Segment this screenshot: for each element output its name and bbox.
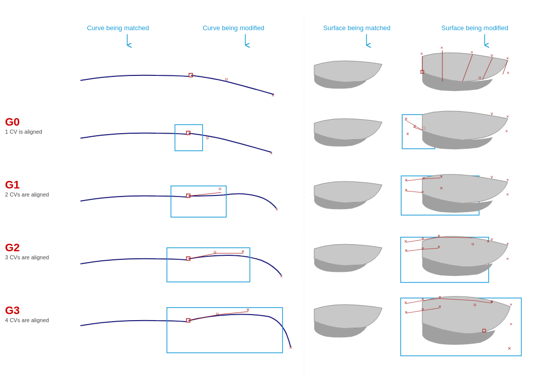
svg-text:□: □ — [422, 126, 425, 131]
svg-text:×: × — [405, 310, 408, 315]
svg-text:×: × — [405, 248, 408, 253]
svg-text:v: v — [491, 299, 493, 304]
svg-text:×: × — [506, 114, 509, 119]
svg-text:×: × — [420, 51, 423, 56]
svg-text:u: u — [225, 76, 228, 81]
svg-text:v: v — [491, 174, 493, 179]
svg-rect-34 — [171, 186, 226, 217]
svg-text:×: × — [508, 345, 511, 351]
svg-rect-20 — [175, 125, 203, 151]
svg-text:v: v — [491, 237, 493, 242]
svg-text:×: × — [471, 50, 473, 55]
svg-text:×: × — [487, 239, 490, 244]
svg-text:×: × — [438, 295, 441, 300]
svg-text:v: v — [491, 53, 493, 58]
svg-text:×: × — [421, 236, 424, 241]
svg-text:u: u — [216, 311, 219, 316]
svg-text:×: × — [270, 151, 272, 156]
svg-text:×: × — [289, 344, 292, 350]
svg-text:v: v — [491, 111, 493, 116]
svg-line-96 — [406, 311, 422, 313]
svg-text:×: × — [404, 300, 407, 306]
main-container: Curve being matched Curve being modified… — [0, 0, 553, 392]
svg-line-68 — [406, 240, 422, 242]
svg-line-71 — [406, 249, 422, 251]
svg-text:×: × — [280, 274, 283, 279]
svg-text:×: × — [510, 302, 512, 307]
svg-text:×: × — [510, 322, 512, 327]
svg-text:×: × — [405, 187, 408, 193]
svg-text:×: × — [437, 244, 440, 250]
svg-text:u: u — [472, 241, 474, 246]
svg-text:×: × — [406, 131, 409, 137]
svg-line-48 — [406, 191, 422, 192]
svg-text:u: u — [206, 135, 209, 140]
svg-text:×: × — [405, 177, 408, 183]
svg-text:×: × — [507, 70, 509, 75]
svg-text:×: × — [506, 192, 509, 197]
svg-text:×: × — [422, 175, 425, 181]
svg-text:×: × — [421, 246, 424, 251]
svg-line-92 — [406, 301, 422, 304]
svg-text:×: × — [421, 307, 424, 312]
svg-text:×: × — [506, 56, 509, 61]
svg-text:u: u — [474, 302, 476, 307]
svg-text:×: × — [506, 177, 509, 182]
svg-text:×: × — [506, 241, 509, 246]
svg-text:×: × — [506, 256, 509, 261]
svg-text:×: × — [505, 129, 508, 134]
svg-text:×: × — [421, 189, 424, 194]
svg-text:×: × — [271, 93, 274, 98]
svg-rect-52 — [167, 248, 250, 282]
svg-text:u: u — [219, 186, 221, 191]
svg-text:×: × — [275, 207, 278, 212]
svg-text:u: u — [479, 75, 481, 80]
svg-text:×: × — [438, 304, 441, 310]
svg-text:×: × — [405, 116, 408, 122]
svg-text:×: × — [440, 45, 443, 50]
svg-rect-76 — [167, 308, 283, 353]
svg-text:×: × — [437, 233, 440, 239]
svg-line-46 — [406, 179, 422, 181]
diagram-svg: u × × × × v × u × u × — [0, 0, 553, 392]
svg-text:×: × — [440, 174, 443, 179]
svg-text:×: × — [440, 185, 443, 191]
svg-text:×: × — [421, 297, 424, 302]
svg-text:×: × — [404, 239, 407, 244]
svg-line-80 — [189, 315, 218, 321]
